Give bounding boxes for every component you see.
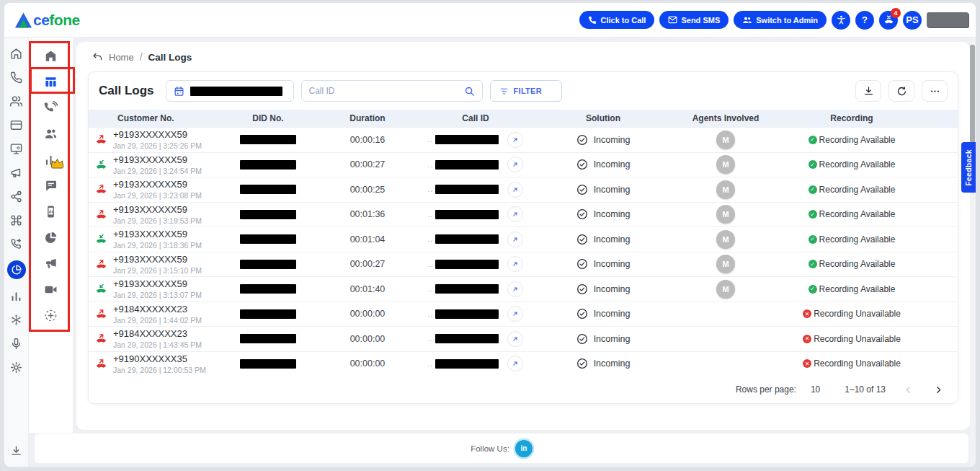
recording-status: Recording Available (819, 159, 896, 170)
solution-label: Incoming (594, 135, 631, 145)
recording-unavailable-icon: ✕ (803, 309, 811, 318)
rows-per-page-select[interactable]: 10 (811, 384, 830, 395)
agent-avatar[interactable]: M (716, 205, 735, 224)
table-row[interactable]: +9193XXXXXX59 Jan 29, 2026 | 3:15:10 PM … (89, 252, 958, 277)
linkedin-icon[interactable]: in (515, 440, 533, 457)
download-button[interactable] (855, 80, 881, 102)
redacted-did (240, 334, 296, 343)
date-range-picker[interactable] (166, 80, 294, 102)
redacted-did (240, 309, 296, 319)
refresh-button[interactable] (888, 80, 914, 102)
scrollbar-thumb[interactable] (970, 45, 975, 144)
agent-avatar[interactable]: M (716, 280, 735, 299)
call-notifications-button[interactable]: 4 (879, 11, 898, 30)
external-link-icon (512, 186, 519, 193)
rail-settings-icon[interactable] (9, 360, 24, 374)
rail-microphone-icon[interactable] (9, 336, 24, 351)
agent-avatar[interactable]: M (716, 255, 735, 273)
rail-monitor-settings-icon[interactable] (9, 141, 24, 156)
call-datetime: Jan 29, 2026 | 1:44:02 PM (113, 316, 211, 325)
profile-avatar[interactable]: PS (903, 11, 922, 30)
external-link-icon (512, 310, 519, 317)
rail-phone-icon[interactable] (9, 70, 24, 84)
subrail-call-signal-icon[interactable] (43, 100, 59, 115)
search-icon[interactable] (464, 86, 475, 97)
open-call-detail-button[interactable] (507, 182, 523, 198)
accessibility-button[interactable] (832, 11, 850, 30)
call-datetime: Jan 29, 2026 | 3:23:08 PM (113, 191, 211, 200)
call-id-input[interactable] (309, 86, 458, 96)
breadcrumb-current: Call Logs (148, 52, 192, 63)
notification-badge: 4 (891, 8, 901, 18)
feedback-tab[interactable]: Feedback (961, 142, 976, 193)
subrail-add-icon[interactable] (43, 307, 59, 323)
filter-button[interactable]: FILTER (490, 80, 562, 102)
acefone-logo[interactable]: cefone (14, 12, 80, 29)
subrail-call-logs-icon-active[interactable] (43, 74, 59, 89)
call-id-prefix: .. (428, 310, 434, 318)
call-id-prefix: .. (428, 211, 434, 219)
call-id-prefix: .. (428, 360, 434, 368)
solution-check-icon (576, 159, 588, 170)
recording-unavailable-icon: ✕ (803, 335, 811, 343)
open-call-detail-button[interactable] (507, 306, 523, 322)
rail-pie-chart-icon-active[interactable] (7, 260, 26, 279)
open-call-detail-button[interactable] (507, 132, 523, 148)
call-id-search[interactable] (301, 80, 483, 102)
table-row[interactable]: +9193XXXXXX59 Jan 29, 2026 | 3:19:53 PM … (89, 202, 958, 227)
help-button[interactable]: ? (855, 11, 874, 30)
subrail-agents-icon[interactable] (43, 126, 59, 141)
click-to-call-button[interactable]: Click to Call (579, 11, 654, 29)
rail-hub-icon[interactable] (9, 312, 24, 327)
rail-users-icon[interactable] (9, 94, 24, 108)
table-row[interactable]: +9193XXXXXX59 Jan 29, 2026 | 3:23:08 PM … (89, 177, 958, 202)
table-row[interactable]: +9184XXXXXX23 Jan 29, 2026 | 1:43:45 PM … (89, 326, 958, 351)
rail-megaphone-icon[interactable] (9, 165, 24, 180)
breadcrumb-home[interactable]: Home (109, 52, 134, 63)
subrail-announcement-icon[interactable] (43, 255, 59, 271)
rail-download-icon[interactable] (9, 444, 24, 458)
rail-bar-chart-icon[interactable] (9, 289, 24, 303)
rail-wallet-icon[interactable] (9, 118, 24, 132)
table-row[interactable]: +9193XXXXXX59 Jan 29, 2026 | 3:25:26 PM … (89, 127, 958, 152)
card-toolbar: Call Logs FILTER (89, 72, 958, 110)
subrail-pie-report-icon[interactable] (43, 229, 59, 245)
agent-avatar[interactable]: M (716, 180, 735, 199)
subrail-home-icon[interactable] (43, 48, 59, 63)
agent-avatar[interactable]: M (716, 230, 735, 249)
next-page-button[interactable] (930, 382, 946, 397)
open-call-detail-button[interactable] (507, 206, 523, 222)
subrail-analytics-icon[interactable] (43, 151, 59, 167)
open-call-detail-button[interactable] (507, 256, 523, 272)
vertical-scrollbar[interactable] (970, 38, 975, 467)
redacted-call-id (435, 160, 499, 170)
back-icon[interactable] (92, 52, 103, 63)
rail-network-icon[interactable] (9, 189, 24, 203)
switch-to-admin-button[interactable]: Switch to Admin (734, 11, 827, 29)
subrail-mobile-report-icon[interactable] (43, 203, 59, 219)
table-row[interactable]: +9184XXXXXX23 Jan 29, 2026 | 1:44:02 PM … (89, 301, 958, 327)
table-row[interactable]: +9190XXXXXX35 Jan 29, 2026 | 12:00:53 PM… (89, 351, 958, 377)
logo-text: cefone (33, 12, 80, 29)
subrail-video-icon[interactable] (43, 281, 59, 297)
more-options-button[interactable] (922, 80, 948, 102)
table-row[interactable]: +9193XXXXXX59 Jan 29, 2026 | 3:18:36 PM … (89, 226, 958, 252)
send-sms-button[interactable]: Send SMS (659, 11, 729, 29)
open-call-detail-button[interactable] (507, 232, 523, 247)
solution-label: Incoming (594, 209, 631, 219)
table-row[interactable]: +9193XXXXXX59 Jan 29, 2026 | 3:13:07 PM … (89, 276, 958, 301)
prev-page-button[interactable] (900, 382, 916, 397)
solution-check-icon (576, 308, 588, 320)
open-call-detail-button[interactable] (507, 281, 523, 297)
table-row[interactable]: +9193XXXXXX59 Jan 29, 2026 | 3:24:54 PM … (89, 152, 958, 177)
agent-avatar[interactable]: M (716, 155, 735, 174)
rail-phone-forward-icon[interactable] (9, 237, 24, 251)
rail-home-icon[interactable] (9, 46, 24, 61)
open-call-detail-button[interactable] (507, 356, 523, 371)
subrail-chat-icon[interactable] (43, 177, 59, 193)
agent-avatar[interactable]: M (716, 131, 735, 149)
call-duration: 00:00:27 (325, 159, 410, 170)
open-call-detail-button[interactable] (507, 157, 523, 172)
open-call-detail-button[interactable] (507, 331, 523, 347)
rail-apps-icon[interactable] (9, 213, 24, 227)
